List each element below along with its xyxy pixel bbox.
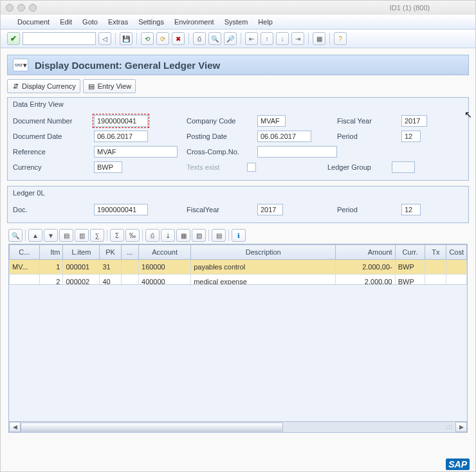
save-icon[interactable]: 💾	[120, 32, 133, 45]
lbl-period: Period	[337, 132, 401, 140]
cell-tx	[425, 260, 446, 275]
command-field[interactable]	[23, 32, 96, 45]
filter-icon[interactable]: ▤	[59, 229, 73, 242]
entry-view-button[interactable]: ▤ Entry View	[83, 79, 136, 93]
menu-goto[interactable]: Goto	[82, 18, 98, 26]
menu-document[interactable]: Document	[17, 18, 50, 26]
total-icon[interactable]: ∑	[90, 229, 104, 242]
menu-environment[interactable]: Environment	[174, 18, 214, 26]
col-s[interactable]: ...	[121, 245, 138, 260]
horizontal-scrollbar[interactable]: ◀ ::: ▶	[9, 421, 467, 432]
field-ledger-period[interactable]: 12	[401, 204, 421, 215]
info-icon[interactable]: ℹ	[232, 229, 246, 242]
menu-settings[interactable]: Settings	[138, 18, 164, 26]
scroll-left-icon[interactable]: ◀	[9, 422, 21, 432]
excel-icon[interactable]: ▦	[176, 229, 190, 242]
menu-extras[interactable]: Extras	[108, 18, 128, 26]
cell-s	[121, 260, 138, 275]
prev-page-icon[interactable]: ↑	[261, 32, 273, 45]
mouse-cursor-icon: ↖	[464, 109, 472, 120]
sap-logo: SAP	[446, 459, 470, 469]
data-entry-title: Data Entry View	[8, 98, 468, 111]
field-posting[interactable]: 06.06.2017	[257, 131, 311, 142]
ledger-panel: Ledger 0L Doc. 1900000041 FiscalYear 201…	[7, 186, 469, 223]
traffic-min-icon[interactable]	[17, 4, 25, 12]
details-icon[interactable]: 🔍	[8, 229, 23, 242]
scroll-right-icon[interactable]: ▶	[455, 422, 467, 432]
col-account[interactable]: Account	[139, 245, 191, 260]
table-row[interactable]: MV... 1 000001 31 160000 payables contro…	[10, 260, 467, 275]
lbl-posting: Posting Date	[187, 132, 257, 140]
menu-edit[interactable]: Edit	[60, 18, 72, 26]
lbl-doc-no: Document Number	[13, 117, 94, 125]
sort-asc-icon[interactable]: ▲	[28, 229, 42, 242]
lbl-ledger-doc: Doc.	[13, 206, 94, 213]
lbl-ledger-group: Ledger Group	[327, 163, 392, 171]
traffic-close-icon[interactable]	[6, 4, 14, 12]
col-curr[interactable]: Curr.	[395, 245, 425, 260]
field-ledger-fiscal[interactable]: 2017	[257, 204, 283, 215]
display-currency-button[interactable]: ⇵ Display Currency	[7, 79, 80, 93]
layout-icon[interactable]: ▤	[212, 229, 226, 242]
next-page-icon[interactable]: ↓	[276, 32, 289, 45]
print-icon[interactable]: ⎙	[193, 32, 206, 45]
lbl-currency: Currency	[13, 163, 94, 171]
app-toolbar: ✔ ◁ 💾 ⟲ ⟳ ✖ ⎙ 🔍 🔎 ⇤ ↑ ↓ ⇥ ▦ ?	[1, 30, 475, 48]
col-desc[interactable]: Description	[191, 245, 336, 260]
sum-icon[interactable]: Σ	[110, 229, 124, 242]
field-company[interactable]: MVAF	[257, 115, 286, 127]
lbl-reference: Reference	[13, 148, 94, 156]
field-reference[interactable]: MVAF	[94, 146, 178, 158]
help-icon[interactable]: ?	[334, 32, 347, 45]
field-cross[interactable]	[257, 146, 337, 158]
filter-clear-icon[interactable]: ▥	[75, 229, 89, 242]
col-amount[interactable]: Amount	[336, 245, 395, 260]
new-session-icon[interactable]: ▦	[313, 32, 325, 45]
col-cost[interactable]: Cost	[446, 245, 467, 260]
field-fiscal[interactable]: 2017	[401, 115, 427, 127]
document-icon: ▤	[87, 82, 95, 90]
lbl-company: Company Code	[187, 117, 257, 125]
first-page-icon[interactable]: ⇤	[245, 32, 258, 45]
tree-icon: ⇵	[12, 82, 19, 90]
subtotal-icon[interactable]: ‰	[125, 229, 140, 242]
col-tx[interactable]: Tx	[425, 245, 446, 260]
data-entry-panel: Data Entry View Document Number 19000000…	[7, 97, 469, 181]
col-c[interactable]: C...	[10, 245, 40, 260]
cancel-icon[interactable]: ✖	[172, 32, 185, 45]
col-itm[interactable]: Itm	[39, 245, 63, 260]
window-titlebar: ID1 (1) (800)	[1, 1, 475, 15]
texts-exist-checkbox[interactable]	[247, 163, 256, 172]
export-icon[interactable]: ⤓	[161, 229, 175, 242]
ledger-title: Ledger 0L	[8, 186, 468, 199]
field-period[interactable]: 12	[401, 131, 421, 142]
sort-desc-icon[interactable]: ▼	[44, 229, 58, 242]
menu-help[interactable]: Help	[258, 18, 273, 26]
last-page-icon[interactable]: ⇥	[291, 32, 304, 45]
page-header: 👓▾ Display Document: General Ledger View	[7, 55, 469, 75]
print-grid-icon[interactable]: ⎙	[145, 229, 160, 242]
lbl-cross: Cross-Comp.No.	[187, 148, 257, 156]
lbl-doc-date: Document Date	[13, 132, 94, 140]
exit-icon[interactable]: ⟳	[156, 32, 169, 45]
field-doc-no[interactable]: 1900000041	[94, 115, 148, 127]
traffic-max-icon[interactable]	[29, 4, 37, 12]
field-doc-date[interactable]: 06.06.2017	[94, 131, 148, 142]
entry-view-label: Entry View	[98, 82, 131, 90]
col-pk[interactable]: PK	[100, 245, 121, 260]
field-currency[interactable]: BWP	[94, 161, 122, 173]
chart-icon[interactable]: ▧	[192, 229, 206, 242]
cell-amount: 2.000,00-	[336, 260, 395, 275]
back-icon[interactable]: ⟲	[141, 32, 154, 45]
table-header: C... Itm L.item PK ... Account Descripti…	[10, 245, 467, 260]
menu-system[interactable]: System	[224, 18, 248, 26]
find-next-icon[interactable]: 🔎	[224, 32, 237, 45]
dropdown-icon[interactable]: ◁	[98, 32, 111, 45]
window-id: ID1 (1) (800)	[81, 4, 430, 12]
enter-icon[interactable]: ✔	[7, 32, 20, 45]
col-litem[interactable]: L.item	[63, 245, 100, 260]
lbl-ledger-period: Period	[337, 206, 401, 213]
field-ledger-doc[interactable]: 1900000041	[94, 204, 148, 215]
find-icon[interactable]: 🔍	[208, 32, 221, 45]
glasses-icon[interactable]: 👓▾	[13, 59, 28, 71]
